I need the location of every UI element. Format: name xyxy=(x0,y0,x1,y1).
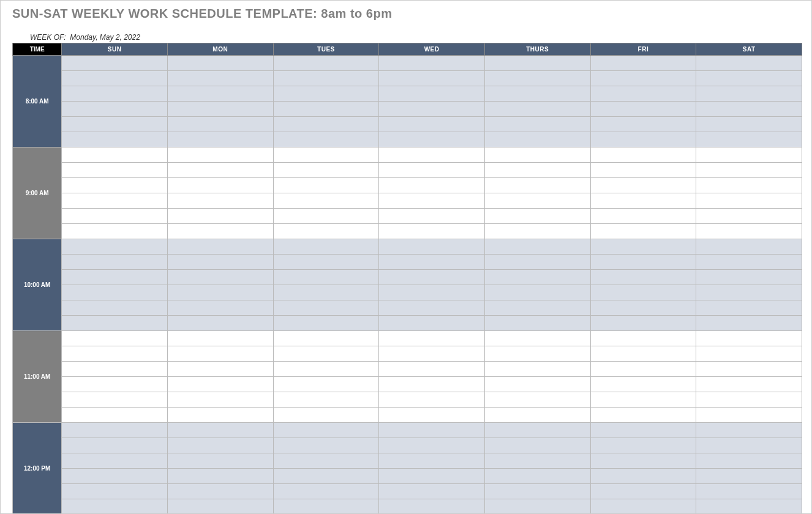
schedule-cell[interactable] xyxy=(696,331,802,346)
schedule-cell[interactable] xyxy=(62,102,168,117)
schedule-cell[interactable] xyxy=(273,438,379,453)
schedule-cell[interactable] xyxy=(273,117,379,132)
schedule-cell[interactable] xyxy=(484,224,590,239)
schedule-cell[interactable] xyxy=(590,377,696,392)
schedule-cell[interactable] xyxy=(167,147,273,163)
schedule-cell[interactable] xyxy=(379,147,485,163)
schedule-cell[interactable] xyxy=(484,423,590,438)
schedule-cell[interactable] xyxy=(62,423,168,438)
schedule-cell[interactable] xyxy=(273,469,379,484)
schedule-cell[interactable] xyxy=(379,453,485,469)
schedule-cell[interactable] xyxy=(62,117,168,132)
schedule-cell[interactable] xyxy=(273,346,379,362)
schedule-cell[interactable] xyxy=(590,255,696,270)
schedule-cell[interactable] xyxy=(379,377,485,392)
schedule-cell[interactable] xyxy=(696,408,802,423)
schedule-cell[interactable] xyxy=(167,255,273,270)
schedule-cell[interactable] xyxy=(484,71,590,86)
schedule-cell[interactable] xyxy=(273,300,379,316)
schedule-cell[interactable] xyxy=(167,331,273,346)
schedule-cell[interactable] xyxy=(379,270,485,285)
schedule-cell[interactable] xyxy=(484,377,590,392)
schedule-cell[interactable] xyxy=(590,408,696,423)
schedule-cell[interactable] xyxy=(590,239,696,255)
schedule-cell[interactable] xyxy=(273,499,379,515)
schedule-cell[interactable] xyxy=(379,163,485,178)
schedule-cell[interactable] xyxy=(273,316,379,331)
schedule-cell[interactable] xyxy=(484,270,590,285)
schedule-cell[interactable] xyxy=(62,469,168,484)
schedule-cell[interactable] xyxy=(62,163,168,178)
schedule-cell[interactable] xyxy=(696,285,802,300)
schedule-cell[interactable] xyxy=(273,255,379,270)
schedule-cell[interactable] xyxy=(273,423,379,438)
schedule-cell[interactable] xyxy=(484,453,590,469)
schedule-cell[interactable] xyxy=(167,193,273,209)
schedule-cell[interactable] xyxy=(62,255,168,270)
schedule-cell[interactable] xyxy=(167,346,273,362)
schedule-cell[interactable] xyxy=(696,316,802,331)
schedule-cell[interactable] xyxy=(484,316,590,331)
schedule-cell[interactable] xyxy=(590,193,696,209)
schedule-cell[interactable] xyxy=(379,499,485,515)
schedule-cell[interactable] xyxy=(62,300,168,316)
schedule-cell[interactable] xyxy=(696,346,802,362)
schedule-cell[interactable] xyxy=(484,438,590,453)
schedule-cell[interactable] xyxy=(484,132,590,147)
schedule-cell[interactable] xyxy=(62,453,168,469)
schedule-cell[interactable] xyxy=(696,499,802,515)
schedule-cell[interactable] xyxy=(167,56,273,71)
schedule-cell[interactable] xyxy=(62,224,168,239)
schedule-cell[interactable] xyxy=(167,71,273,86)
schedule-cell[interactable] xyxy=(273,102,379,117)
schedule-cell[interactable] xyxy=(62,56,168,71)
schedule-cell[interactable] xyxy=(62,392,168,408)
schedule-cell[interactable] xyxy=(379,132,485,147)
schedule-cell[interactable] xyxy=(696,453,802,469)
schedule-cell[interactable] xyxy=(167,86,273,102)
schedule-cell[interactable] xyxy=(590,438,696,453)
schedule-cell[interactable] xyxy=(484,117,590,132)
schedule-cell[interactable] xyxy=(273,453,379,469)
schedule-cell[interactable] xyxy=(379,209,485,224)
schedule-cell[interactable] xyxy=(484,147,590,163)
schedule-cell[interactable] xyxy=(167,270,273,285)
schedule-cell[interactable] xyxy=(273,362,379,377)
schedule-cell[interactable] xyxy=(167,178,273,193)
schedule-cell[interactable] xyxy=(696,132,802,147)
schedule-cell[interactable] xyxy=(62,147,168,163)
schedule-cell[interactable] xyxy=(590,484,696,499)
schedule-cell[interactable] xyxy=(167,499,273,515)
schedule-cell[interactable] xyxy=(590,270,696,285)
schedule-cell[interactable] xyxy=(273,377,379,392)
schedule-cell[interactable] xyxy=(167,469,273,484)
schedule-cell[interactable] xyxy=(590,346,696,362)
schedule-cell[interactable] xyxy=(696,224,802,239)
schedule-cell[interactable] xyxy=(273,56,379,71)
schedule-cell[interactable] xyxy=(379,484,485,499)
schedule-cell[interactable] xyxy=(696,423,802,438)
schedule-cell[interactable] xyxy=(379,193,485,209)
schedule-cell[interactable] xyxy=(62,362,168,377)
schedule-cell[interactable] xyxy=(590,392,696,408)
schedule-cell[interactable] xyxy=(167,438,273,453)
schedule-cell[interactable] xyxy=(696,117,802,132)
schedule-cell[interactable] xyxy=(62,484,168,499)
schedule-cell[interactable] xyxy=(484,408,590,423)
schedule-cell[interactable] xyxy=(484,163,590,178)
schedule-cell[interactable] xyxy=(273,392,379,408)
schedule-cell[interactable] xyxy=(379,316,485,331)
schedule-cell[interactable] xyxy=(484,346,590,362)
schedule-cell[interactable] xyxy=(696,362,802,377)
schedule-cell[interactable] xyxy=(62,285,168,300)
schedule-cell[interactable] xyxy=(484,209,590,224)
schedule-cell[interactable] xyxy=(590,224,696,239)
schedule-cell[interactable] xyxy=(696,484,802,499)
schedule-cell[interactable] xyxy=(590,453,696,469)
schedule-cell[interactable] xyxy=(484,392,590,408)
schedule-cell[interactable] xyxy=(379,86,485,102)
schedule-cell[interactable] xyxy=(62,377,168,392)
schedule-cell[interactable] xyxy=(62,346,168,362)
schedule-cell[interactable] xyxy=(62,239,168,255)
schedule-cell[interactable] xyxy=(379,300,485,316)
